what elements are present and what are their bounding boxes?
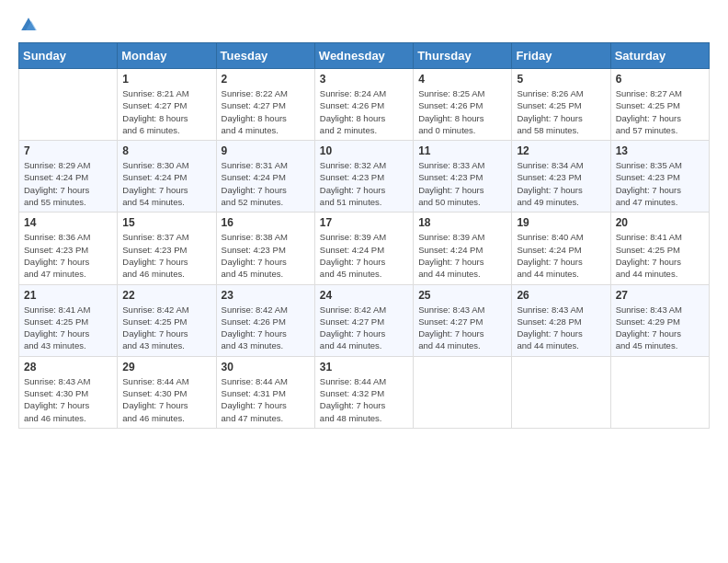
day-number: 26: [517, 289, 605, 302]
logo-icon: [20, 17, 37, 33]
day-number: 7: [24, 144, 112, 157]
calendar-cell: 8Sunrise: 8:30 AMSunset: 4:24 PMDaylight…: [118, 141, 216, 213]
calendar-cell: 20Sunrise: 8:41 AMSunset: 4:25 PMDayligh…: [610, 213, 709, 284]
calendar-cell: 30Sunrise: 8:44 AMSunset: 4:31 PMDayligh…: [216, 356, 314, 428]
day-number: 25: [418, 289, 506, 302]
day-info: Sunrise: 8:25 AMSunset: 4:26 PMDaylight:…: [418, 87, 506, 136]
day-number: 29: [122, 361, 210, 373]
day-info: Sunrise: 8:44 AMSunset: 4:31 PMDaylight:…: [222, 375, 310, 424]
calendar-cell: [610, 356, 709, 428]
day-info: Sunrise: 8:43 AMSunset: 4:27 PMDaylight:…: [418, 304, 506, 352]
day-number: 17: [320, 216, 408, 229]
day-info: Sunrise: 8:42 AMSunset: 4:25 PMDaylight:…: [122, 304, 210, 352]
day-info: Sunrise: 8:24 AMSunset: 4:26 PMDaylight:…: [320, 87, 408, 136]
calendar-cell: 3Sunrise: 8:24 AMSunset: 4:26 PMDaylight…: [314, 69, 413, 141]
day-number: 14: [24, 216, 112, 229]
calendar-cell: 18Sunrise: 8:39 AMSunset: 4:24 PMDayligh…: [414, 213, 512, 284]
weekday-header-friday: Friday: [512, 43, 610, 69]
page-header: [18, 18, 710, 33]
logo: [18, 18, 37, 33]
calendar-cell: 23Sunrise: 8:42 AMSunset: 4:26 PMDayligh…: [216, 284, 314, 356]
day-number: 2: [222, 73, 310, 86]
weekday-header-monday: Monday: [118, 43, 216, 69]
calendar-cell: 29Sunrise: 8:44 AMSunset: 4:30 PMDayligh…: [118, 356, 216, 428]
day-number: 21: [24, 289, 112, 302]
day-info: Sunrise: 8:43 AMSunset: 4:28 PMDaylight:…: [517, 304, 605, 352]
calendar-cell: 6Sunrise: 8:27 AMSunset: 4:25 PMDaylight…: [610, 69, 709, 141]
calendar-cell: [414, 356, 512, 428]
calendar-week-4: 21Sunrise: 8:41 AMSunset: 4:25 PMDayligh…: [19, 284, 710, 356]
day-info: Sunrise: 8:27 AMSunset: 4:25 PMDaylight:…: [616, 87, 704, 136]
weekday-header-wednesday: Wednesday: [314, 43, 413, 69]
day-number: 20: [616, 216, 704, 229]
day-number: 4: [418, 73, 506, 86]
day-number: 15: [122, 216, 210, 229]
day-info: Sunrise: 8:21 AMSunset: 4:27 PMDaylight:…: [122, 87, 210, 136]
calendar-cell: 24Sunrise: 8:42 AMSunset: 4:27 PMDayligh…: [314, 284, 413, 356]
day-info: Sunrise: 8:39 AMSunset: 4:24 PMDaylight:…: [418, 231, 506, 280]
calendar-cell: 21Sunrise: 8:41 AMSunset: 4:25 PMDayligh…: [19, 284, 118, 356]
calendar-cell: 13Sunrise: 8:35 AMSunset: 4:23 PMDayligh…: [610, 141, 709, 213]
day-info: Sunrise: 8:44 AMSunset: 4:32 PMDaylight:…: [320, 375, 408, 424]
day-number: 12: [517, 144, 605, 157]
day-info: Sunrise: 8:31 AMSunset: 4:24 PMDaylight:…: [222, 159, 310, 208]
calendar-cell: 7Sunrise: 8:29 AMSunset: 4:24 PMDaylight…: [19, 141, 118, 213]
day-number: 8: [122, 144, 210, 157]
day-info: Sunrise: 8:41 AMSunset: 4:25 PMDaylight:…: [616, 231, 704, 280]
weekday-header-saturday: Saturday: [610, 43, 709, 69]
calendar-cell: 15Sunrise: 8:37 AMSunset: 4:23 PMDayligh…: [118, 213, 216, 284]
day-info: Sunrise: 8:26 AMSunset: 4:25 PMDaylight:…: [517, 87, 605, 136]
calendar-cell: 31Sunrise: 8:44 AMSunset: 4:32 PMDayligh…: [314, 356, 413, 428]
day-info: Sunrise: 8:43 AMSunset: 4:29 PMDaylight:…: [616, 304, 704, 352]
day-number: 10: [320, 144, 408, 157]
calendar-cell: 9Sunrise: 8:31 AMSunset: 4:24 PMDaylight…: [216, 141, 314, 213]
day-info: Sunrise: 8:42 AMSunset: 4:27 PMDaylight:…: [320, 304, 408, 352]
day-info: Sunrise: 8:36 AMSunset: 4:23 PMDaylight:…: [24, 231, 112, 280]
day-info: Sunrise: 8:40 AMSunset: 4:24 PMDaylight:…: [517, 231, 605, 280]
day-number: 19: [517, 216, 605, 229]
day-info: Sunrise: 8:22 AMSunset: 4:27 PMDaylight:…: [222, 87, 310, 136]
calendar-cell: [512, 356, 610, 428]
day-info: Sunrise: 8:44 AMSunset: 4:30 PMDaylight:…: [122, 375, 210, 424]
weekday-header-tuesday: Tuesday: [216, 43, 314, 69]
calendar-cell: 25Sunrise: 8:43 AMSunset: 4:27 PMDayligh…: [414, 284, 512, 356]
day-info: Sunrise: 8:33 AMSunset: 4:23 PMDaylight:…: [418, 159, 506, 208]
day-number: 13: [616, 144, 704, 157]
calendar-week-3: 14Sunrise: 8:36 AMSunset: 4:23 PMDayligh…: [19, 213, 710, 284]
day-number: 1: [122, 73, 210, 86]
calendar-cell: 1Sunrise: 8:21 AMSunset: 4:27 PMDaylight…: [118, 69, 216, 141]
calendar-week-5: 28Sunrise: 8:43 AMSunset: 4:30 PMDayligh…: [19, 356, 710, 428]
day-number: 6: [616, 73, 704, 86]
day-number: 24: [320, 289, 408, 302]
calendar-cell: 19Sunrise: 8:40 AMSunset: 4:24 PMDayligh…: [512, 213, 610, 284]
calendar-cell: 27Sunrise: 8:43 AMSunset: 4:29 PMDayligh…: [610, 284, 709, 356]
day-number: 9: [222, 144, 310, 157]
calendar-cell: 4Sunrise: 8:25 AMSunset: 4:26 PMDaylight…: [414, 69, 512, 141]
calendar-week-2: 7Sunrise: 8:29 AMSunset: 4:24 PMDaylight…: [19, 141, 710, 213]
day-number: 31: [320, 361, 408, 373]
calendar-cell: 26Sunrise: 8:43 AMSunset: 4:28 PMDayligh…: [512, 284, 610, 356]
day-info: Sunrise: 8:35 AMSunset: 4:23 PMDaylight:…: [616, 159, 704, 208]
calendar-table: SundayMondayTuesdayWednesdayThursdayFrid…: [18, 42, 710, 429]
day-number: 5: [517, 73, 605, 86]
day-number: 11: [418, 144, 506, 157]
calendar-cell: 17Sunrise: 8:39 AMSunset: 4:24 PMDayligh…: [314, 213, 413, 284]
day-number: 27: [616, 289, 704, 302]
day-number: 22: [122, 289, 210, 302]
day-info: Sunrise: 8:41 AMSunset: 4:25 PMDaylight:…: [24, 304, 112, 352]
calendar-cell: 22Sunrise: 8:42 AMSunset: 4:25 PMDayligh…: [118, 284, 216, 356]
day-info: Sunrise: 8:29 AMSunset: 4:24 PMDaylight:…: [24, 159, 112, 208]
calendar-cell: 5Sunrise: 8:26 AMSunset: 4:25 PMDaylight…: [512, 69, 610, 141]
day-info: Sunrise: 8:32 AMSunset: 4:23 PMDaylight:…: [320, 159, 408, 208]
day-number: 16: [222, 216, 310, 229]
calendar-cell: 10Sunrise: 8:32 AMSunset: 4:23 PMDayligh…: [314, 141, 413, 213]
weekday-header-thursday: Thursday: [414, 43, 512, 69]
day-info: Sunrise: 8:37 AMSunset: 4:23 PMDaylight:…: [122, 231, 210, 280]
calendar-cell: 2Sunrise: 8:22 AMSunset: 4:27 PMDaylight…: [216, 69, 314, 141]
weekday-header-sunday: Sunday: [19, 43, 118, 69]
day-info: Sunrise: 8:34 AMSunset: 4:23 PMDaylight:…: [517, 159, 605, 208]
day-info: Sunrise: 8:39 AMSunset: 4:24 PMDaylight:…: [320, 231, 408, 280]
calendar-cell: 14Sunrise: 8:36 AMSunset: 4:23 PMDayligh…: [19, 213, 118, 284]
calendar-cell: 16Sunrise: 8:38 AMSunset: 4:23 PMDayligh…: [216, 213, 314, 284]
day-info: Sunrise: 8:42 AMSunset: 4:26 PMDaylight:…: [222, 304, 310, 352]
